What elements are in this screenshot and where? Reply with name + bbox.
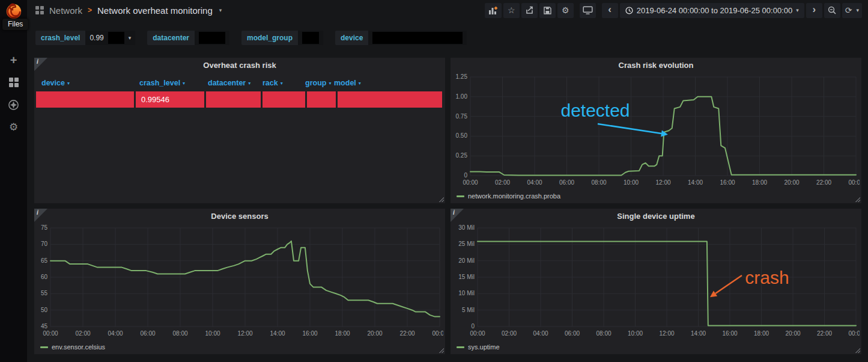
single-device-uptime-chart[interactable]: 00:0002:0004:0006:0008:0010:0012:0014:00… — [452, 223, 860, 342]
datacenter-input[interactable] — [195, 31, 229, 45]
grafana-logo-icon — [5, 2, 23, 20]
cycle-view-mode-button[interactable] — [580, 3, 596, 18]
zoom-out-icon — [828, 6, 836, 14]
device-input[interactable] — [368, 31, 467, 45]
model-group-input[interactable] — [298, 31, 323, 45]
chevron-right-icon: › — [812, 5, 816, 16]
svg-text:08:00: 08:00 — [591, 179, 606, 186]
time-range-picker[interactable]: 2019-06-24 00:00:00 to 2019-06-25 00:00:… — [620, 3, 804, 18]
time-range-back-button[interactable]: ‹ — [602, 3, 618, 18]
panel-resize-handle[interactable] — [855, 197, 860, 202]
dashboards-icon[interactable] — [8, 76, 20, 88]
breadcrumb: Network > Network overheat monitoring ▾ — [35, 5, 222, 16]
zoom-out-button[interactable] — [824, 3, 840, 18]
legend-series-dash[interactable] — [40, 346, 48, 348]
share-icon — [525, 6, 533, 14]
svg-text:12:00: 12:00 — [659, 330, 674, 337]
svg-text:45: 45 — [41, 323, 48, 330]
dashboard-title[interactable]: Network overheat monitoring — [97, 5, 213, 16]
svg-text:00:00: 00:00 — [848, 179, 860, 186]
panel-title[interactable]: Single device uptime — [451, 209, 861, 223]
panel-title[interactable]: Device sensors — [34, 209, 445, 223]
cell-crash-level: 0.99546 — [136, 91, 204, 108]
column-header-model[interactable]: model▾ — [329, 79, 442, 87]
chart-legend: network.monitoring.crash.proba — [451, 191, 861, 201]
variable-label: device — [335, 31, 368, 45]
star-icon: ☆ — [508, 5, 515, 15]
compass-icon — [8, 99, 19, 111]
save-dashboard-button[interactable] — [539, 3, 556, 18]
time-range-forward-button[interactable]: › — [806, 3, 822, 18]
panel-info-corner[interactable]: i — [451, 209, 464, 222]
column-header-datacenter[interactable]: datacenter▾ — [202, 79, 257, 87]
dashboard-settings-button[interactable]: ⚙ — [557, 3, 574, 18]
legend-series-dash[interactable] — [457, 195, 464, 197]
explore-icon[interactable] — [8, 99, 20, 111]
redacted-value — [302, 32, 319, 44]
table-row[interactable]: 0.99546 — [36, 91, 443, 108]
template-variables-bar: crash_level 0.99 ▾ datacenter model_grou… — [27, 20, 868, 55]
configuration-icon[interactable]: ⚙ — [8, 121, 20, 133]
svg-text:22:00: 22:00 — [816, 179, 831, 186]
svg-text:50: 50 — [41, 307, 48, 313]
column-header-rack[interactable]: rack▾ — [257, 79, 300, 87]
variable-label: model_group — [241, 31, 298, 45]
panel-resize-handle[interactable] — [855, 348, 860, 353]
sort-caret-icon: ▾ — [359, 81, 361, 86]
add-panel-button[interactable] — [485, 3, 502, 18]
svg-text:0: 0 — [464, 172, 467, 179]
caret-down-icon: ▾ — [796, 7, 799, 13]
caret-down-icon[interactable]: ▾ — [219, 7, 222, 13]
device-sensors-chart[interactable]: 00:0002:0004:0006:0008:0010:0012:0014:00… — [36, 223, 443, 342]
panel-info-corner[interactable]: i — [34, 209, 47, 222]
svg-text:16:00: 16:00 — [720, 179, 735, 186]
chevron-left-icon: ‹ — [608, 5, 612, 16]
column-header-group[interactable]: group▾ — [300, 79, 329, 87]
breadcrumb-separator-icon: > — [88, 6, 92, 14]
svg-text:18:00: 18:00 — [754, 330, 769, 337]
panel-title[interactable]: Overheat crash risk — [34, 58, 445, 72]
panel-single-device-uptime: i Single device uptime 00:0002:0004:0006… — [451, 209, 861, 354]
refresh-interval-caret-icon[interactable]: ▾ — [856, 7, 859, 13]
svg-text:22:00: 22:00 — [817, 330, 832, 337]
grid-squares-icon — [9, 78, 19, 87]
share-dashboard-button[interactable] — [521, 3, 538, 18]
svg-text:crash: crash — [745, 268, 789, 287]
crash-level-select[interactable]: 0.99 ▾ — [85, 31, 135, 45]
top-navbar: Network > Network overheat monitoring ▾ — [27, 0, 868, 20]
info-icon: i — [37, 209, 38, 216]
refresh-button[interactable]: ⟳ ▾ — [842, 3, 862, 18]
crash-risk-evolution-chart[interactable]: 00:0002:0004:0006:0008:0010:0012:0014:00… — [452, 72, 860, 191]
breadcrumb-folder[interactable]: Network — [49, 5, 82, 16]
panel-crash-risk-evolution: Crash risk evolution 00:0002:0004:0006:0… — [451, 58, 861, 203]
column-header-device[interactable]: device▾ — [36, 79, 134, 87]
svg-text:0: 0 — [471, 323, 475, 330]
legend-series-dash[interactable] — [457, 346, 464, 348]
panel-info-corner[interactable]: i — [34, 58, 47, 71]
panel-title[interactable]: Crash risk evolution — [451, 58, 861, 72]
create-icon[interactable]: + — [8, 54, 20, 66]
svg-text:0.50: 0.50 — [456, 132, 468, 139]
svg-text:5 Mil: 5 Mil — [462, 307, 475, 313]
svg-text:00:00: 00:00 — [463, 179, 478, 186]
column-header-crash-level[interactable]: crash_level▾ — [134, 79, 202, 87]
svg-text:06:00: 06:00 — [565, 330, 580, 337]
svg-text:14:00: 14:00 — [688, 179, 703, 186]
gear-icon: ⚙ — [9, 122, 18, 132]
info-icon: i — [453, 209, 455, 216]
svg-text:14:00: 14:00 — [270, 330, 285, 337]
cell-model — [338, 91, 442, 108]
crash-risk-table: device▾ crash_level▾ datacenter▾ rack▾ g… — [36, 76, 443, 108]
legend-label[interactable]: sys.uptime — [468, 343, 500, 351]
legend-label[interactable]: network.monitoring.crash.proba — [468, 192, 560, 200]
panel-resize-handle[interactable] — [439, 197, 444, 202]
refresh-icon: ⟳ — [845, 5, 852, 15]
svg-text:15 Mil: 15 Mil — [458, 274, 475, 280]
svg-text:18:00: 18:00 — [335, 330, 350, 337]
star-dashboard-button[interactable]: ☆ — [503, 3, 520, 18]
panel-resize-handle[interactable] — [439, 348, 444, 353]
gear-icon: ⚙ — [562, 6, 569, 14]
svg-text:20 Mil: 20 Mil — [458, 257, 475, 264]
legend-label[interactable]: env.sensor.celsius — [52, 343, 105, 351]
plus-icon: + — [10, 54, 17, 66]
